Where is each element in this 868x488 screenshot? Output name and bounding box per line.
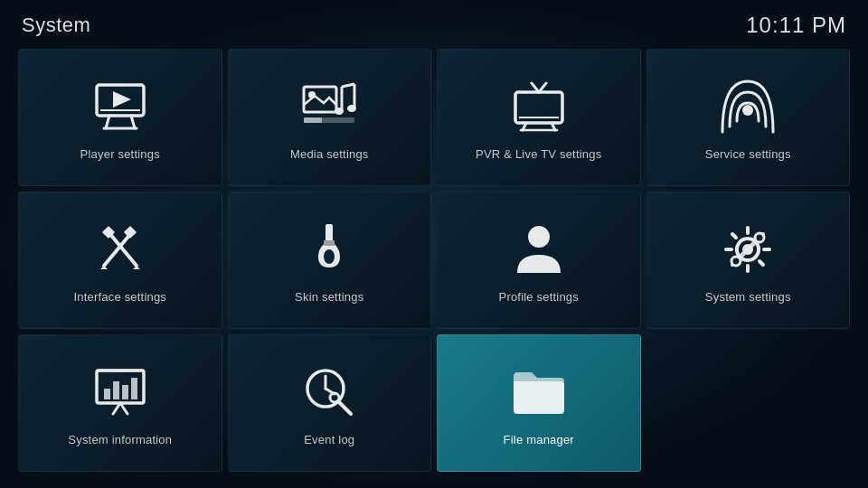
tile-profile-settings[interactable]: Profile settings	[437, 192, 641, 329]
header: System 10:11 PM	[0, 0, 868, 45]
svg-line-1	[106, 116, 109, 128]
svg-line-39	[760, 261, 763, 265]
svg-point-22	[742, 105, 753, 116]
tile-service-settings[interactable]: Service settings	[646, 49, 851, 186]
svg-rect-31	[324, 240, 335, 246]
svg-rect-50	[113, 381, 119, 399]
service-settings-label: Service settings	[705, 147, 791, 161]
pvr-settings-label: PVR & Live TV settings	[476, 147, 601, 161]
svg-rect-52	[131, 378, 137, 399]
svg-marker-24	[100, 266, 108, 269]
tile-event-log[interactable]: Event log	[228, 334, 432, 472]
svg-line-56	[338, 401, 351, 414]
event-log-label: Event log	[304, 433, 354, 446]
tile-player-settings[interactable]: Player settings	[18, 49, 222, 186]
svg-line-2	[131, 116, 135, 128]
svg-point-44	[755, 233, 764, 242]
svg-marker-27	[133, 266, 140, 269]
media-settings-label: Media settings	[290, 147, 369, 161]
svg-point-43	[731, 257, 741, 266]
tile-interface-settings[interactable]: Interface settings	[18, 192, 222, 329]
svg-rect-25	[124, 225, 137, 238]
svg-rect-49	[104, 389, 110, 399]
pvr-settings-icon	[507, 75, 571, 138]
svg-line-26	[109, 233, 137, 266]
svg-rect-51	[122, 385, 128, 399]
svg-point-32	[528, 226, 550, 248]
svg-point-11	[335, 108, 344, 115]
profile-settings-icon	[507, 218, 571, 281]
file-manager-label: File manager	[504, 433, 574, 446]
svg-rect-14	[304, 117, 322, 123]
interface-settings-icon	[89, 218, 152, 281]
service-settings-icon	[716, 75, 779, 138]
system-settings-label: System settings	[705, 290, 791, 304]
skin-settings-label: Skin settings	[295, 290, 363, 304]
tile-system-settings[interactable]: System settings	[646, 192, 851, 329]
interface-settings-label: Interface settings	[73, 290, 166, 304]
event-log-icon	[297, 361, 361, 424]
tile-system-information[interactable]: System information	[18, 334, 222, 472]
tile-media-settings[interactable]: Media settings	[228, 49, 432, 186]
svg-point-30	[324, 249, 335, 264]
profile-settings-label: Profile settings	[499, 290, 579, 304]
tile-empty	[646, 334, 851, 472]
system-information-icon	[89, 361, 152, 424]
page-title: System	[22, 14, 90, 37]
player-settings-label: Player settings	[80, 147, 160, 161]
tile-pvr-settings[interactable]: PVR & Live TV settings	[437, 49, 641, 186]
svg-line-46	[113, 403, 120, 414]
svg-point-12	[347, 105, 356, 112]
system-settings-icon	[716, 218, 779, 281]
skin-settings-icon	[297, 218, 361, 281]
svg-line-9	[342, 84, 354, 87]
clock: 10:11 PM	[746, 13, 846, 38]
tile-skin-settings[interactable]: Skin settings	[228, 192, 432, 329]
player-settings-icon	[89, 75, 152, 138]
tile-file-manager[interactable]: File manager	[437, 334, 641, 472]
svg-point-57	[330, 393, 339, 402]
settings-grid: Player settings	[0, 45, 868, 481]
media-settings-icon	[297, 75, 361, 138]
system-information-label: System information	[68, 433, 172, 446]
svg-line-38	[732, 234, 736, 238]
svg-marker-5	[113, 91, 131, 108]
system-page: System 10:11 PM Player settings	[0, 0, 868, 488]
svg-line-47	[120, 403, 127, 414]
file-manager-icon	[507, 361, 571, 424]
